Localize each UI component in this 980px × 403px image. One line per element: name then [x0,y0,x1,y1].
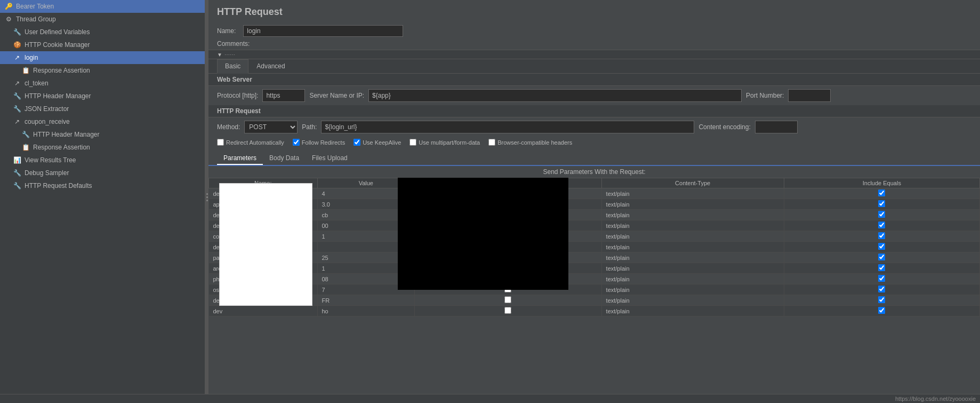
tab-advanced[interactable]: Advanced [248,59,293,73]
sidebar-item-view-results-tree[interactable]: 📊 View Results Tree [0,154,205,167]
multipart-checkbox[interactable]: Use multipart/form-data [409,139,480,146]
cell-include-equals[interactable] [784,252,979,263]
assert-icon: 📋 [21,143,30,152]
key-icon: 🔑 [4,2,13,11]
cell-include-equals[interactable] [784,285,979,295]
collapse-bar[interactable]: ▼ ⋯⋯ [208,50,980,59]
sidebar-item-http-request-defaults[interactable]: 🔧 HTTP Request Defaults [0,179,205,192]
sidebar-item-label: cl_token [25,80,49,87]
sidebar-item-http-header-manager2[interactable]: 🔧 HTTP Header Manager [0,128,205,141]
sidebar-item-response-assertion2[interactable]: 📋 Response Assertion [0,141,205,154]
comments-row: Comments: [208,38,980,50]
cell-include-equals[interactable] [784,263,979,274]
sidebar: 🔑 Bearer Token ⚙ Thread Group 🔧 User Def… [0,0,205,394]
cell-include-equals[interactable] [784,199,979,210]
sidebar-item-user-defined-variables[interactable]: 🔧 User Defined Variables [0,26,205,38]
tab-parameters[interactable]: Parameters [217,152,263,165]
cell-include-equals[interactable] [784,188,979,199]
sidebar-item-http-cookie-manager[interactable]: 🍪 HTTP Cookie Manager [0,38,205,51]
sidebar-item-thread-group[interactable]: ⚙ Thread Group [0,13,205,26]
use-keepalive-input[interactable] [354,139,360,146]
table-row: dev cb text/plain [209,210,980,220]
arrow-icon: ↗ [13,79,21,88]
cell-content-type: text/plain [601,199,784,210]
method-select[interactable]: POST GET PUT DELETE [244,121,298,133]
port-label: Port Number: [746,92,784,99]
port-input[interactable] [788,89,831,102]
sidebar-item-label: login [25,54,38,61]
cell-include-equals[interactable] [784,295,979,306]
server-input[interactable] [368,89,742,102]
sidebar-item-response-assertion[interactable]: 📋 Response Assertion [0,64,205,77]
name-input[interactable] [243,25,403,37]
tabs-bar: Basic Advanced [208,59,980,74]
cell-value[interactable]: FR [317,295,415,306]
status-bar: https://blog.csdn.net/zyooooxie [0,394,980,403]
cell-value[interactable]: ho [317,306,415,317]
encoding-label: Content encoding: [698,123,750,131]
sidebar-item-json-extractor[interactable]: 🔧 JSON Extractor [0,102,205,115]
sidebar-item-label: Bearer Token [16,3,54,10]
follow-redirects-input[interactable] [293,139,300,146]
cell-include-equals[interactable] [784,210,979,220]
params-title: Send Parameters With the Request: [208,166,980,178]
status-url: https://blog.csdn.net/zyooooxie [895,396,976,402]
protocol-input[interactable] [262,89,305,102]
black-overlay [398,178,568,290]
tab-files-upload[interactable]: Files Upload [306,152,354,165]
wrench-icon: 🔧 [13,92,21,100]
wrench-icon: 🔧 [13,28,21,36]
browser-compat-checkbox[interactable]: Browser-compatible headers [488,139,572,146]
cell-name[interactable]: dev [209,306,318,317]
arrow-icon: ↗ [13,53,21,62]
panel-title: HTTP Request [208,0,980,22]
sidebar-item-http-header-manager[interactable]: 🔧 HTTP Header Manager [0,90,205,102]
tab-body-data[interactable]: Body Data [263,152,306,165]
use-keepalive-checkbox[interactable]: Use KeepAlive [354,139,401,146]
cell-include-equals[interactable] [784,220,979,231]
cell-content-type: text/plain [601,220,784,231]
sidebar-item-cl-token[interactable]: ↗ cl_token [0,77,205,90]
cell-url-encode[interactable] [415,306,602,317]
table-row: dev text/plain [209,242,980,252]
cell-include-equals[interactable] [784,274,979,285]
web-server-row: Protocol [http]: Server Name or IP: Port… [208,86,980,105]
gear-icon: ⚙ [4,15,13,23]
cell-include-equals[interactable] [784,231,979,242]
multipart-label: Use multipart/form-data [419,139,480,146]
resize-dots [206,193,208,201]
wrench-icon: 🔧 [21,130,30,139]
defaults-icon: 🔧 [13,181,21,190]
assert-icon: 📋 [21,66,30,75]
redirect-auto-checkbox[interactable]: Redirect Automatically [217,139,284,146]
cell-content-type: text/plain [601,263,784,274]
cell-url-encode[interactable] [415,295,602,306]
sidebar-item-label: Debug Sampler [25,169,69,177]
multipart-input[interactable] [409,139,416,146]
path-input[interactable] [321,121,694,133]
sidebar-item-debug-sampler[interactable]: 🔧 Debug Sampler [0,167,205,179]
table-row: dev FR text/plain [209,295,980,306]
http-request-row: Method: POST GET PUT DELETE Path: Conten… [208,117,980,137]
table-container: Name: Value URL Encode? Content-Type Inc… [208,178,980,317]
encoding-input[interactable] [755,121,798,133]
cell-content-type: text/plain [601,188,784,199]
content-panel: HTTP Request Name: Comments: ▼ ⋯⋯ Basic … [208,0,980,394]
follow-redirects-checkbox[interactable]: Follow Redirects [293,139,345,146]
sidebar-item-label: Response Assertion [33,144,90,151]
cell-include-equals[interactable] [784,242,979,252]
sidebar-item-label: HTTP Request Defaults [25,182,92,189]
method-label: Method: [217,123,240,131]
redirect-auto-input[interactable] [217,139,224,146]
sidebar-item-coupon-receive[interactable]: ↗ coupon_receive [0,115,205,128]
sidebar-item-login[interactable]: ↗ login [0,51,205,64]
table-row: pas 25 text/plain [209,252,980,263]
cell-include-equals[interactable] [784,306,979,317]
comments-label: Comments: [217,40,250,48]
sidebar-item-label: HTTP Cookie Manager [25,41,90,49]
use-keepalive-label: Use KeepAlive [363,139,401,146]
sidebar-item-bearer-token[interactable]: 🔑 Bearer Token [0,0,205,13]
params-table-wrap: Send Parameters With the Request: Name: … [208,166,980,317]
tab-basic[interactable]: Basic [217,59,248,74]
browser-compat-input[interactable] [488,139,495,146]
